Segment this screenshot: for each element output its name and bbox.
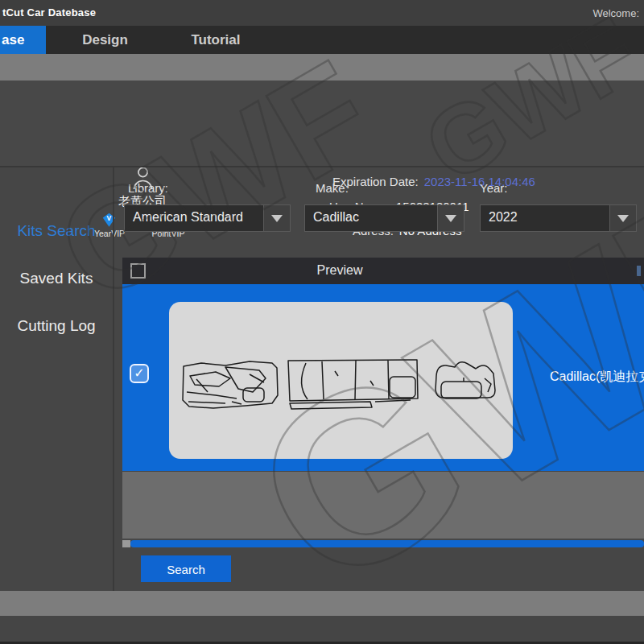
search-button[interactable]: Search xyxy=(141,555,231,582)
toolbar-spacer xyxy=(0,54,644,80)
svg-text:V: V xyxy=(107,214,112,222)
welcome-text: Welcome: xyxy=(592,7,639,19)
sidebar-item-kits-search[interactable]: Kits Search xyxy=(0,222,113,240)
year-value: 2022 xyxy=(489,210,518,225)
table-header: Preview xyxy=(122,258,644,284)
year-dropdown-button[interactable] xyxy=(609,205,636,231)
column-fragment xyxy=(637,266,641,276)
make-label: Make: xyxy=(316,181,349,195)
table-row[interactable]: ✓ xyxy=(122,284,644,471)
scrollbar-track-stub xyxy=(122,540,130,547)
window-title: tCut Car Datebase xyxy=(2,6,96,19)
tab-bar: ase Design Tutorial xyxy=(0,26,644,54)
bottom-gray-band xyxy=(0,591,644,616)
chevron-down-icon xyxy=(271,215,283,222)
library-value: American Standard xyxy=(133,210,243,225)
preview-column-header: Preview xyxy=(122,263,557,278)
year-dropdown[interactable]: 2022 xyxy=(480,204,637,232)
library-dropdown[interactable]: American Standard xyxy=(124,204,291,232)
make-dropdown-button[interactable] xyxy=(437,205,464,231)
user-panel: 老黄公司 V YearVIP V PointVIP Expiration Dat… xyxy=(0,80,644,167)
chevron-down-icon xyxy=(617,215,629,222)
library-dropdown-button[interactable] xyxy=(263,205,290,231)
tab-design[interactable]: Design xyxy=(71,26,139,54)
horizontal-scrollbar[interactable] xyxy=(122,539,644,548)
bottom-dark-band xyxy=(0,616,644,642)
row-checkbox[interactable]: ✓ xyxy=(130,364,149,383)
year-label: Year: xyxy=(480,181,507,195)
scrollbar-thumb[interactable] xyxy=(130,540,644,547)
kit-name: Cadillac(凯迪拉克 xyxy=(550,369,644,386)
sidebar-item-cutting-log[interactable]: Cutting Log xyxy=(0,317,113,335)
divider-vertical xyxy=(113,167,114,591)
app-window: tCut Car Datebase Welcome: ase Design Tu… xyxy=(0,0,644,644)
tab-database[interactable]: ase xyxy=(0,26,46,54)
title-bar: tCut Car Datebase Welcome: xyxy=(0,0,644,26)
sidebar-item-saved-kits[interactable]: Saved Kits xyxy=(0,270,113,287)
tab-tutorial[interactable]: Tutorial xyxy=(184,26,248,54)
divider-horizontal xyxy=(0,167,644,167)
car-template-drawing xyxy=(169,302,513,459)
make-dropdown[interactable]: Cadillac xyxy=(304,204,464,232)
kit-preview-image xyxy=(169,302,513,459)
chevron-down-icon xyxy=(445,215,456,222)
make-value: Cadillac xyxy=(313,210,359,225)
list-empty-area xyxy=(122,472,644,539)
library-label: Library: xyxy=(128,181,168,195)
